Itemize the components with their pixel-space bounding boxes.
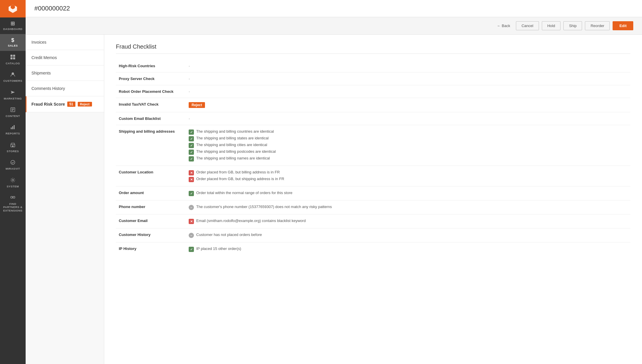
check-green-icon: ✓	[189, 143, 194, 148]
check-text: Order total within the normal range of o…	[196, 191, 292, 195]
row-label-phone-number: Phone number	[116, 200, 186, 214]
check-item: ✓ The shipping and billing postcodes are…	[189, 149, 627, 155]
row-value-high-risk-countries: -	[186, 60, 630, 72]
table-row: IP History ✓ IP placed 15 other order(s)	[116, 242, 630, 256]
svg-rect-14	[12, 145, 13, 147]
right-panel: Fraud Checklist High-Risk Countries - Pr	[104, 35, 642, 364]
svg-point-15	[11, 160, 15, 164]
table-row: Phone number – The customer's phone numb…	[116, 200, 630, 214]
sidebar-item-reports[interactable]: REPORTS	[0, 121, 26, 139]
reorder-button[interactable]: Reorder	[585, 21, 610, 30]
table-row: Order amount ✓ Order total within the no…	[116, 187, 630, 200]
table-row: Invalid Tax/VAT Check Reject	[116, 98, 630, 112]
check-item: – The customer's phone number (153776593…	[189, 205, 627, 210]
stores-icon	[10, 142, 15, 148]
left-nav: Invoices Credit Memos Shipments Comments…	[26, 35, 104, 364]
svg-rect-0	[10, 55, 13, 57]
sidebar-item-stores[interactable]: STORES	[0, 139, 26, 156]
sidebar-item-content[interactable]: CONTENT	[0, 104, 26, 121]
cancel-button[interactable]: Cancel	[516, 21, 539, 30]
check-text: The shipping and billing names are ident…	[196, 156, 270, 160]
svg-rect-11	[12, 126, 13, 129]
nav-item-credit-memos[interactable]: Credit Memos	[26, 50, 104, 65]
svg-rect-3	[13, 57, 15, 59]
svg-marker-5	[11, 91, 15, 94]
action-bar: ← Back Cancel Hold Ship Reorder Edit	[26, 17, 642, 35]
check-item: ✓ IP placed 15 other order(s)	[189, 246, 627, 252]
check-green-icon: ✓	[189, 156, 194, 161]
hold-button[interactable]: Hold	[542, 21, 561, 30]
check-gray-icon: –	[189, 205, 194, 210]
sidebar-item-customers-label: CUSTOMERS	[3, 79, 22, 82]
row-value-customer-email: ✕ Email (smitham.rodolfo@example.org) co…	[186, 214, 630, 228]
check-text: Order placed from GB, but billing addres…	[196, 170, 280, 174]
sidebar-item-reports-label: REPORTS	[6, 132, 20, 135]
svg-rect-1	[13, 55, 15, 57]
sidebar: ⊞ DASHBOARD $ SALES CATALOG CUSTOMERS MA…	[0, 0, 26, 364]
sidebar-item-catalog[interactable]: CATALOG	[0, 51, 26, 68]
table-row: Customer Location ✕ Order placed from GB…	[116, 166, 630, 187]
row-value-customer-location: ✕ Order placed from GB, but billing addr…	[186, 166, 630, 187]
check-green-icon: ✓	[189, 136, 194, 141]
check-item: ✓ The shipping and billing countries are…	[189, 129, 627, 135]
nav-item-shipments[interactable]: Shipments	[26, 65, 104, 81]
reject-inline-badge: Reject	[189, 102, 205, 108]
customers-icon	[10, 72, 15, 78]
main-content: #000000022 ← Back Cancel Hold Ship Reord…	[26, 0, 642, 364]
nav-item-invoices[interactable]: Invoices	[26, 35, 104, 50]
fraud-checklist-title: Fraud Checklist	[116, 43, 630, 54]
dash-value: -	[189, 77, 190, 81]
nav-item-fraud-risk-score[interactable]: Fraud Risk Score 51 Reject	[26, 96, 104, 112]
check-green-icon: ✓	[189, 247, 194, 252]
row-label-customer-email: Customer Email	[116, 214, 186, 228]
reject-badge: Reject	[78, 102, 92, 106]
check-item: ✕ Order placed from GB, but shipping add…	[189, 177, 627, 182]
svg-point-16	[12, 179, 14, 181]
row-label-robot-order: Robot Order Placement Check	[116, 85, 186, 98]
row-value-order-amount: ✓ Order total within the normal range of…	[186, 187, 630, 200]
sidebar-item-marketing[interactable]: MARKETING	[0, 86, 26, 104]
row-label-ip-history: IP History	[116, 242, 186, 256]
dash-value: -	[189, 116, 190, 121]
sidebar-item-find-partners[interactable]: FIND PARTNERS & EXTENSIONS	[0, 191, 26, 216]
nav-item-comments-history[interactable]: Comments History	[26, 81, 104, 96]
row-label-customer-location: Customer Location	[116, 166, 186, 187]
row-value-customer-history: – Customer has not placed orders before	[186, 228, 630, 242]
check-text: IP placed 15 other order(s)	[196, 246, 241, 251]
svg-rect-18	[13, 196, 15, 198]
marketing-icon	[10, 90, 15, 96]
check-gray-icon: –	[189, 233, 194, 238]
page-header: #000000022	[26, 0, 642, 17]
check-red-icon: ✕	[189, 219, 194, 224]
back-button[interactable]: ← Back	[494, 22, 513, 30]
content-icon	[10, 107, 15, 113]
row-value-ip-history: ✓ IP placed 15 other order(s)	[186, 242, 630, 256]
svg-rect-12	[14, 125, 15, 129]
sidebar-item-customers[interactable]: CUSTOMERS	[0, 68, 26, 86]
row-label-shipping-billing: Shipping and billing addresses	[116, 125, 186, 166]
svg-rect-17	[11, 196, 13, 198]
edit-button[interactable]: Edit	[613, 21, 633, 30]
sidebar-item-sales-label: SALES	[8, 44, 18, 47]
row-value-invalid-tax: Reject	[186, 98, 630, 112]
row-value-proxy-server: -	[186, 72, 630, 85]
check-text: Customer has not placed orders before	[196, 232, 262, 237]
check-red-icon: ✕	[189, 170, 194, 175]
sidebar-item-system[interactable]: SYSTEM	[0, 174, 26, 191]
ship-button[interactable]: Ship	[563, 21, 582, 30]
sales-icon: $	[11, 38, 15, 43]
catalog-icon	[10, 54, 15, 61]
check-item: – Customer has not placed orders before	[189, 232, 627, 238]
sidebar-item-mirasvit[interactable]: MIRASVIT	[0, 156, 26, 174]
check-text: The shipping and billing states are iden…	[196, 136, 269, 140]
sidebar-item-catalog-label: CATALOG	[6, 62, 20, 65]
reports-icon	[10, 125, 15, 131]
check-text: Email (smitham.rodolfo@example.org) cont…	[196, 219, 306, 223]
sidebar-item-sales[interactable]: $ SALES	[0, 34, 26, 51]
row-value-robot-order: -	[186, 85, 630, 98]
sidebar-item-dashboard-label: DASHBOARD	[3, 27, 22, 31]
check-green-icon: ✓	[189, 129, 194, 135]
sidebar-item-dashboard[interactable]: ⊞ DASHBOARD	[0, 17, 26, 34]
row-label-custom-email-blacklist: Custom Email Blacklist	[116, 112, 186, 125]
check-green-icon: ✓	[189, 191, 194, 196]
